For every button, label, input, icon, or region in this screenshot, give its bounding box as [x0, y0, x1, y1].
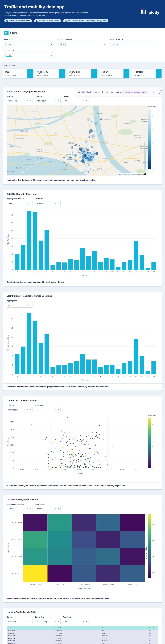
chevron-down-icon[interactable]: ▼	[86, 100, 87, 102]
scatter-point	[75, 446, 76, 447]
chip-remove-icon[interactable]: ×	[6, 43, 8, 46]
plotly-cloud-button[interactable]: Plotly Cloud	[78, 91, 91, 93]
svg-text:2: 2	[29, 376, 30, 377]
scatter-point	[50, 458, 51, 458]
scatter-point	[85, 456, 85, 457]
control-dropdown[interactable]: Sum×▼	[7, 201, 33, 206]
clear-icon[interactable]: ×	[27, 304, 28, 306]
filter-dropdown[interactable]: ×All▼	[57, 42, 107, 47]
filter-dropdown[interactable]: ×All▼	[110, 42, 160, 47]
clear-icon[interactable]: ×	[55, 508, 56, 510]
chevron-down-icon[interactable]: ▼	[51, 54, 52, 56]
location-details-table[interactable]: LatitudeLongitudeCar HoursPeak Hour 45.5…	[7, 626, 158, 644]
clear-icon[interactable]: ×	[55, 620, 56, 622]
chevron-down-icon[interactable]: ▼	[30, 508, 31, 510]
clear-icon[interactable]: ×	[27, 202, 28, 204]
heatmap-chart[interactable]: 45.548 - 45.58345.514 - 45.54845.479 - 4…	[7, 513, 148, 591]
map-city-label: Montreal West	[67, 159, 76, 160]
clear-icon[interactable]: ×	[27, 508, 28, 510]
scatter-point	[81, 455, 82, 456]
filter-dropdown[interactable]: ×All▼	[4, 52, 54, 58]
geo-scatter-map[interactable]: Sainte-ThérèseBoisbriandMontréal-EstBouc…	[7, 105, 148, 176]
clear-icon[interactable]: ×	[55, 409, 56, 411]
scatter-chart[interactable]: 45.4445.4645.4845.545.5245.5445.5645.584…	[7, 414, 148, 475]
chip-remove-icon[interactable]: ×	[59, 43, 62, 46]
errors-button[interactable]: ⚠ Errors	[93, 91, 100, 93]
control-dropdown[interactable]: 50×▼	[63, 619, 89, 624]
control-dropdown[interactable]: 70%×▼	[63, 98, 89, 103]
scatter-point	[81, 441, 82, 442]
table-column-header[interactable]: Longitude	[54, 626, 101, 630]
info-icon[interactable]: i	[144, 173, 146, 175]
toolbar-collapse-button[interactable]: »	[159, 90, 162, 94]
table-column-header[interactable]: Car Hours	[101, 626, 148, 630]
filter-dropdown[interactable]: ×All▼	[4, 42, 54, 47]
control-label: Size By:	[7, 95, 33, 97]
chevron-down-icon[interactable]: ▼	[58, 621, 59, 622]
control-dropdown[interactable]: Viridis×▼	[35, 506, 61, 511]
scatter-point	[93, 466, 94, 466]
table-row[interactable]: 45.507437-73.5742932773.2513	[7, 634, 158, 637]
scatter-point	[89, 448, 90, 449]
svg-text:25k: 25k	[11, 230, 13, 232]
chevron-down-icon[interactable]: ▼	[30, 621, 31, 622]
chevron-down-icon[interactable]: ▼	[86, 621, 87, 622]
control-dropdown[interactable]: Average×▼	[7, 506, 33, 511]
control-dropdown[interactable]: Count×▼	[7, 303, 33, 308]
map-data-point	[74, 154, 77, 157]
chevron-down-icon[interactable]: ▼	[104, 44, 105, 45]
chevron-down-icon[interactable]: ▼	[157, 44, 158, 45]
clear-icon[interactable]: ×	[83, 620, 84, 622]
table-row[interactable]: 45.453971-73.7389462836.6719	[7, 632, 158, 634]
chip-remove-icon[interactable]: ×	[6, 54, 8, 56]
card-bar-chart: Total Car Hours by Peak Hour Aggregation…	[3, 190, 162, 286]
chevron-down-icon[interactable]: ▼	[30, 304, 31, 306]
control-dropdown[interactable]: Car hours×▼	[7, 619, 33, 624]
clear-icon[interactable]: ×	[27, 620, 28, 622]
chevron-down-icon[interactable]: ▼	[30, 409, 31, 410]
table-row[interactable]: 45.504297-73.565209327413	[7, 630, 158, 632]
chevron-down-icon[interactable]: ▼	[58, 409, 59, 410]
bar	[86, 360, 91, 374]
control-dropdown[interactable]: 5×▼	[35, 407, 61, 412]
clear-icon[interactable]: ×	[55, 202, 56, 204]
control-dropdown[interactable]: Car Hours×▼	[7, 98, 33, 103]
scatter-point	[57, 446, 57, 447]
clear-icon[interactable]: ×	[55, 100, 56, 102]
map-city-label: Baie-d'Urfé	[16, 167, 23, 169]
control-dropdown[interactable]: Peak Hour×▼	[35, 98, 61, 103]
control-dropdown[interactable]: Peak Hour×▼	[7, 407, 33, 412]
table-column-header[interactable]: Latitude	[7, 626, 54, 630]
scatter-point	[99, 425, 100, 426]
chevron-down-icon[interactable]: ▼	[30, 202, 31, 204]
card-map: Plotly Cloud ⚠ Errors Callbacks v3.4.0 D…	[3, 88, 162, 184]
map-data-point	[90, 161, 91, 162]
table-row[interactable]: 45.481063-73.5608732413.59	[7, 642, 158, 644]
chevron-down-icon[interactable]: ▼	[58, 100, 59, 102]
bar-chart[interactable]: 05k10k15k20k25k30k35k0123456789101112131…	[7, 208, 158, 278]
chevron-down-icon[interactable]: ▼	[30, 100, 31, 102]
callbacks-button[interactable]: Callbacks	[102, 91, 113, 93]
colorbar-tick: 10	[151, 446, 153, 448]
control-dropdown[interactable]: Grouped×▼	[35, 201, 61, 206]
server-label: Server	[150, 91, 155, 93]
table-column-header[interactable]: Peak Hour	[148, 626, 158, 630]
chip-remove-icon[interactable]: ×	[112, 43, 115, 46]
svg-text:35k: 35k	[11, 214, 13, 216]
colorbar-title: Peak Hour	[148, 415, 158, 417]
svg-text:Latitude: Latitude	[77, 472, 83, 474]
chevron-down-icon[interactable]: ▼	[58, 202, 59, 204]
table-row[interactable]: 45.548584-73.5788792752.832	[7, 637, 158, 640]
control-dropdown[interactable]: Descending×▼	[35, 619, 61, 624]
scatter-point	[90, 464, 90, 465]
openstreetmap-link[interactable]: OpenStreetMap	[125, 174, 136, 175]
clear-icon[interactable]: ×	[27, 100, 28, 102]
clear-icon[interactable]: ×	[27, 409, 28, 411]
table-row[interactable]: 45.496193-73.5833792433.8315	[7, 640, 158, 642]
carto-link[interactable]: CARTO	[118, 174, 123, 175]
chevron-down-icon[interactable]: ▼	[51, 44, 52, 45]
chevron-down-icon[interactable]: ▼	[58, 508, 59, 510]
dash-update-badge[interactable]: Dash update available - v4.0.0	[122, 90, 148, 94]
clear-icon[interactable]: ×	[83, 100, 84, 102]
histogram-chart[interactable]: 0510152025300123456789101112131415161718…	[7, 310, 158, 382]
